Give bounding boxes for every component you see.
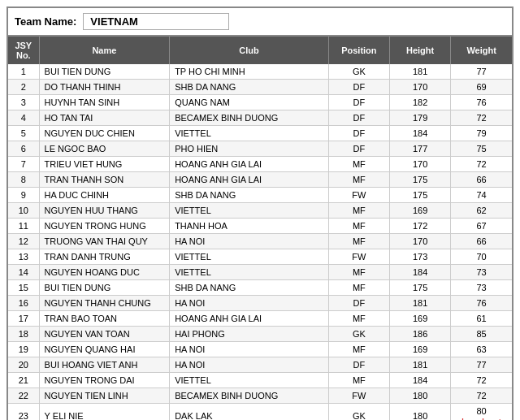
player-weight: 72	[451, 157, 512, 172]
player-weight: 69	[451, 80, 512, 95]
player-name: TRAN BAO TOAN	[39, 311, 170, 327]
table-row: 20BUI HOANG VIET ANHHA NOIDF18177	[8, 357, 512, 373]
team-label: Team Name:	[15, 15, 76, 28]
player-weight: 74	[451, 188, 512, 203]
player-position: FW	[328, 388, 389, 404]
player-no: 10	[8, 203, 39, 219]
table-row: 14NGUYEN HOANG DUCVIETTELMF18473	[8, 265, 512, 280]
player-height: 181	[389, 296, 450, 311]
player-club: SHB DA NANG	[170, 188, 329, 203]
player-height: 181	[389, 357, 450, 373]
player-position: FW	[328, 249, 389, 265]
player-no: 5	[8, 126, 39, 141]
player-height: 182	[389, 95, 450, 110]
player-weight: 79	[451, 126, 512, 141]
player-name: LE NGOC BAO	[39, 141, 170, 157]
player-club: THANH HOA	[170, 219, 329, 234]
player-name: BUI HOANG VIET ANH	[39, 357, 170, 373]
player-club: VIETTEL	[170, 249, 329, 265]
player-position: MF	[328, 203, 389, 219]
player-club: HA NOI	[170, 357, 329, 373]
col-header-no: JSY No.	[8, 37, 39, 64]
player-club: BECAMEX BINH DUONG	[170, 110, 329, 126]
player-club: VIETTEL	[170, 373, 329, 388]
player-club: HOANG ANH GIA LAI	[170, 311, 329, 327]
player-no: 6	[8, 141, 39, 157]
player-height: 184	[389, 265, 450, 280]
player-name: HA DUC CHINH	[39, 188, 170, 203]
player-weight: 76	[451, 296, 512, 311]
table-row: 10NGUYEN HUU THANGVIETTELMF16962	[8, 203, 512, 219]
player-position: GK	[328, 327, 389, 342]
player-name: NGUYEN VAN TOAN	[39, 327, 170, 342]
player-club: HOANG ANH GIA LAI	[170, 172, 329, 188]
player-position: DF	[328, 357, 389, 373]
table-row: 2DO THANH THINHSHB DA NANGDF17069	[8, 80, 512, 95]
player-no: 14	[8, 265, 39, 280]
table-row: 16NGUYEN THANH CHUNGHA NOIDF18176	[8, 296, 512, 311]
player-height: 169	[389, 203, 450, 219]
col-header-height: Height	[389, 37, 450, 64]
player-height: 170	[389, 234, 450, 249]
col-header-position: Position	[328, 37, 389, 64]
player-height: 184	[389, 373, 450, 388]
player-club: HA NOI	[170, 234, 329, 249]
player-no: 23	[8, 404, 39, 421]
players-body: 1BUI TIEN DUNGTP HO CHI MINHGK181772DO T…	[8, 64, 512, 420]
player-no: 8	[8, 172, 39, 188]
player-weight: 76	[451, 95, 512, 110]
player-position: DF	[328, 80, 389, 95]
player-club: HOANG ANH GIA LAI	[170, 157, 329, 172]
player-height: 180	[389, 404, 450, 421]
player-no: 9	[8, 188, 39, 203]
player-height: 175	[389, 280, 450, 296]
player-name: TRIEU VIET HUNG	[39, 157, 170, 172]
player-weight: 72	[451, 388, 512, 404]
player-club: SHB DA NANG	[170, 280, 329, 296]
player-name: BUI TIEN DUNG	[39, 280, 170, 296]
player-no: 1	[8, 64, 39, 80]
player-height: 169	[389, 342, 450, 357]
player-no: 15	[8, 280, 39, 296]
player-height: 169	[389, 311, 450, 327]
player-no: 19	[8, 342, 39, 357]
player-weight: 73	[451, 265, 512, 280]
player-position: MF	[328, 157, 389, 172]
player-no: 3	[8, 95, 39, 110]
player-position: MF	[328, 265, 389, 280]
player-club: VIETTEL	[170, 126, 329, 141]
player-name: HUYNH TAN SINH	[39, 95, 170, 110]
player-club: SHB DA NANG	[170, 80, 329, 95]
player-weight: 75	[451, 141, 512, 157]
player-position: DF	[328, 95, 389, 110]
col-header-club: Club	[170, 37, 329, 64]
player-name: NGUYEN TIEN LINH	[39, 388, 170, 404]
player-club: VIETTEL	[170, 203, 329, 219]
table-row: 23Y ELI NIEDAK LAKGK18080bongda.net	[8, 404, 512, 421]
player-no: 17	[8, 311, 39, 327]
player-no: 12	[8, 234, 39, 249]
table-row: 1BUI TIEN DUNGTP HO CHI MINHGK18177	[8, 64, 512, 80]
player-club: QUANG NAM	[170, 95, 329, 110]
player-name: NGUYEN TRONG DAI	[39, 373, 170, 388]
player-name: NGUYEN QUANG HAI	[39, 342, 170, 357]
table-row: 6LE NGOC BAOPHO HIENDF17775	[8, 141, 512, 157]
table-row: 7TRIEU VIET HUNGHOANG ANH GIA LAIMF17072	[8, 157, 512, 172]
player-no: 2	[8, 80, 39, 95]
player-weight: 67	[451, 219, 512, 234]
player-no: 18	[8, 327, 39, 342]
player-weight: 66	[451, 234, 512, 249]
player-name: TRUONG VAN THAI QUY	[39, 234, 170, 249]
player-no: 4	[8, 110, 39, 126]
player-weight: 85	[451, 327, 512, 342]
player-club: HAI PHONG	[170, 327, 329, 342]
col-header-weight: Weight	[451, 37, 512, 64]
player-name: TRAN THANH SON	[39, 172, 170, 188]
table-row: 12TRUONG VAN THAI QUYHA NOIMF17066	[8, 234, 512, 249]
player-no: 16	[8, 296, 39, 311]
player-name: DO THANH THINH	[39, 80, 170, 95]
players-table: JSY No. Name Club Position Height Weight…	[8, 37, 512, 420]
table-row: 4HO TAN TAIBECAMEX BINH DUONGDF17972	[8, 110, 512, 126]
player-weight: 72	[451, 110, 512, 126]
player-no: 13	[8, 249, 39, 265]
